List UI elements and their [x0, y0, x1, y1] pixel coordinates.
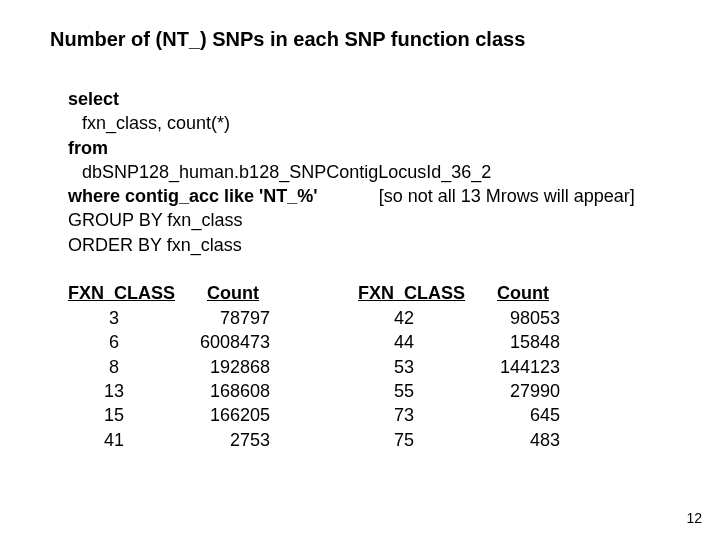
result-tables: FXN_CLASS 3 6 8 13 15 41 Count 78797 600…	[68, 283, 670, 452]
col-fxn-left: FXN_CLASS 3 6 8 13 15 41	[68, 283, 188, 452]
table-row: 192868	[188, 355, 288, 379]
table-row: 73	[358, 403, 478, 427]
page-title: Number of (NT_) SNPs in each SNP functio…	[50, 28, 670, 51]
sql-select: select	[68, 89, 119, 109]
hdr-count: Count	[478, 283, 578, 304]
sql-note: [so not all 13 Mrows will appear]	[323, 186, 635, 206]
table-row: 27990	[478, 379, 578, 403]
sql-table: dbSNP128_human.b128_SNPContigLocusId_36_…	[68, 160, 491, 184]
table-row: 13	[68, 379, 188, 403]
slide: Number of (NT_) SNPs in each SNP functio…	[0, 0, 720, 540]
table-row: 168608	[188, 379, 288, 403]
table-row: 78797	[188, 306, 288, 330]
sql-where: where contig_acc like 'NT_%'	[68, 186, 318, 206]
col-count-left: Count 78797 6008473 192868 168608 166205…	[188, 283, 288, 452]
table-row: 55	[358, 379, 478, 403]
hdr-fxn: FXN_CLASS	[358, 283, 478, 304]
table-row: 41	[68, 428, 188, 452]
table-row: 15	[68, 403, 188, 427]
table-row: 98053	[478, 306, 578, 330]
table-row: 483	[478, 428, 578, 452]
sql-block: select fxn_class, count(*) from dbSNP128…	[68, 87, 670, 257]
table-left: FXN_CLASS 3 6 8 13 15 41 Count 78797 600…	[68, 283, 288, 452]
sql-columns: fxn_class, count(*)	[68, 111, 230, 135]
table-row: 144123	[478, 355, 578, 379]
table-row: 6008473	[188, 330, 288, 354]
col-fxn-right: FXN_CLASS 42 44 53 55 73 75	[358, 283, 478, 452]
col-count-right: Count 98053 15848 144123 27990 645 483	[478, 283, 578, 452]
sql-group: GROUP BY fxn_class	[68, 210, 242, 230]
hdr-fxn: FXN_CLASS	[68, 283, 188, 304]
sql-order: ORDER BY fxn_class	[68, 235, 242, 255]
table-row: 6	[68, 330, 188, 354]
table-row: 3	[68, 306, 188, 330]
table-row: 44	[358, 330, 478, 354]
sql-from: from	[68, 138, 108, 158]
table-row: 645	[478, 403, 578, 427]
table-row: 75	[358, 428, 478, 452]
table-row: 15848	[478, 330, 578, 354]
hdr-count: Count	[188, 283, 288, 304]
table-row: 2753	[188, 428, 288, 452]
table-row: 8	[68, 355, 188, 379]
table-row: 42	[358, 306, 478, 330]
table-row: 53	[358, 355, 478, 379]
table-right: FXN_CLASS 42 44 53 55 73 75 Count 98053 …	[358, 283, 578, 452]
table-row: 166205	[188, 403, 288, 427]
slide-body: select fxn_class, count(*) from dbSNP128…	[50, 87, 670, 452]
page-number: 12	[686, 510, 702, 526]
